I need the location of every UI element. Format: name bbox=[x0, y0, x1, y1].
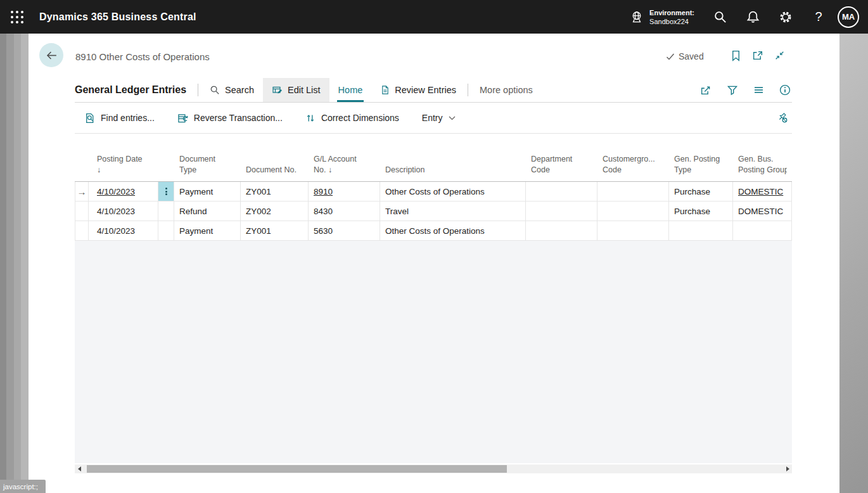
cell-department-code[interactable] bbox=[526, 182, 597, 202]
selected-row-arrow-icon: → bbox=[77, 186, 87, 197]
cell-document-type[interactable]: Payment bbox=[174, 182, 241, 202]
row-selector-cell[interactable] bbox=[75, 202, 89, 221]
filter-icon[interactable] bbox=[727, 85, 738, 96]
list-view-icon[interactable] bbox=[753, 85, 765, 95]
cell-gen-posting-type[interactable] bbox=[669, 221, 733, 241]
environment-indicator[interactable]: Environment: Sandbox224 bbox=[630, 8, 694, 26]
notifications-button[interactable] bbox=[736, 0, 769, 34]
unpin-icon[interactable] bbox=[777, 112, 788, 124]
column-header-gen-bus-posting-group[interactable]: Gen. Bus. Posting Group bbox=[733, 154, 792, 181]
cell-posting-date[interactable]: 4/10/2023 bbox=[89, 182, 158, 202]
cell-value: ZY001 bbox=[246, 187, 271, 196]
collapse-icon[interactable] bbox=[774, 50, 785, 61]
cell-gl-account-no[interactable]: 5630 bbox=[309, 221, 380, 241]
tab-edit-list[interactable]: Edit List bbox=[263, 78, 329, 102]
app-launcher-waffle-icon[interactable] bbox=[0, 0, 34, 34]
row-selector-cell[interactable] bbox=[75, 221, 89, 241]
table-row-selected: → 4/10/2023 Payment ZY001 8910 Other Cos… bbox=[75, 182, 792, 202]
back-arrow-icon bbox=[45, 49, 58, 62]
screen: Dynamics 365 Business Central Environmen… bbox=[0, 0, 868, 493]
tab-edit-list-label: Edit List bbox=[288, 85, 321, 95]
horizontal-scrollbar[interactable] bbox=[75, 464, 792, 473]
cell-posting-date[interactable]: 4/10/2023 bbox=[89, 202, 158, 221]
info-icon[interactable] bbox=[779, 84, 791, 96]
tab-search[interactable]: Search bbox=[201, 78, 263, 102]
cell-value: 4/10/2023 bbox=[97, 187, 135, 196]
cell-customer-group-code[interactable] bbox=[597, 221, 669, 241]
cell-document-no[interactable]: ZY001 bbox=[241, 182, 309, 202]
scroll-left-arrow-icon[interactable] bbox=[75, 464, 84, 473]
cell-gen-bus-posting-group[interactable]: DOMESTIC bbox=[733, 182, 792, 202]
table-row: 4/10/2023 Payment ZY001 5630 Other Costs… bbox=[75, 221, 792, 241]
search-button[interactable] bbox=[703, 0, 736, 34]
reverse-transaction-icon bbox=[177, 113, 188, 124]
find-entries-button[interactable]: Find entries... bbox=[85, 113, 155, 124]
topbar-right: Environment: Sandbox224 bbox=[630, 0, 868, 34]
cell-gen-bus-posting-group[interactable]: DOMESTIC bbox=[733, 202, 792, 221]
cell-description[interactable]: Other Costs of Operations bbox=[380, 221, 526, 241]
reverse-transaction-label: Reverse Transaction... bbox=[194, 113, 283, 123]
column-header-document-type[interactable]: Document Type bbox=[174, 154, 241, 181]
cell-value: 4/10/2023 bbox=[97, 207, 135, 216]
correct-dimensions-icon bbox=[305, 113, 316, 124]
column-header-gl-account-no[interactable]: G/L Account No. ↓ bbox=[309, 154, 380, 181]
column-header-row-menu bbox=[158, 176, 174, 181]
cell-document-no[interactable]: ZY002 bbox=[241, 202, 309, 221]
cell-document-type[interactable]: Refund bbox=[174, 202, 241, 221]
header-line: Type bbox=[179, 165, 236, 176]
column-header-document-no[interactable]: Document No. bbox=[241, 165, 309, 181]
saved-indicator: Saved bbox=[666, 51, 704, 61]
column-header-department-code[interactable]: Department Code bbox=[526, 154, 597, 181]
cell-gl-account-no[interactable]: 8430 bbox=[309, 202, 380, 221]
correct-dimensions-button[interactable]: Correct Dimensions bbox=[305, 113, 399, 124]
cell-posting-date[interactable]: 4/10/2023 bbox=[89, 221, 158, 241]
cell-department-code[interactable] bbox=[526, 202, 597, 221]
header-line: Code bbox=[603, 165, 664, 176]
tab-more-options[interactable]: More options bbox=[471, 78, 542, 102]
cell-department-code[interactable] bbox=[526, 221, 597, 241]
column-header-posting-date[interactable]: Posting Date ↓ bbox=[89, 154, 158, 181]
scrollbar-thumb[interactable] bbox=[87, 465, 507, 473]
bookmark-icon[interactable] bbox=[731, 50, 741, 61]
scroll-right-arrow-icon[interactable] bbox=[783, 464, 792, 473]
app-title[interactable]: Dynamics 365 Business Central bbox=[39, 11, 196, 23]
header-line: Code bbox=[531, 165, 592, 176]
settings-button[interactable] bbox=[769, 0, 802, 34]
help-button[interactable]: ? bbox=[802, 0, 835, 34]
cell-customer-group-code[interactable] bbox=[597, 202, 669, 221]
entry-menu-button[interactable]: Entry bbox=[422, 113, 456, 123]
column-header-description[interactable]: Description bbox=[380, 165, 526, 181]
column-header-gen-posting-type[interactable]: Gen. Posting Type bbox=[669, 154, 733, 181]
cell-value: DOMESTIC bbox=[738, 187, 783, 196]
header-line: Customergro... bbox=[603, 154, 664, 165]
cell-document-type[interactable]: Payment bbox=[174, 221, 241, 241]
avatar[interactable]: MA bbox=[838, 6, 859, 28]
cell-value: 4/10/2023 bbox=[97, 226, 135, 236]
cell-description[interactable]: Travel bbox=[380, 202, 526, 221]
open-in-new-window-icon[interactable] bbox=[752, 50, 763, 61]
row-context-menu-button[interactable] bbox=[158, 182, 174, 202]
chevron-down-icon bbox=[449, 116, 456, 120]
tab-review-entries[interactable]: Review Entries bbox=[371, 78, 465, 102]
row-selector-cell[interactable]: → bbox=[75, 182, 89, 202]
cell-value: Other Costs of Operations bbox=[385, 187, 485, 196]
column-header-customer-group-code[interactable]: Customergro... Code bbox=[597, 154, 669, 181]
back-button[interactable] bbox=[39, 43, 63, 67]
cell-gen-posting-type[interactable]: Purchase bbox=[669, 182, 733, 202]
cell-document-no[interactable]: ZY001 bbox=[241, 221, 309, 241]
correct-dimensions-label: Correct Dimensions bbox=[321, 113, 399, 123]
reverse-transaction-button[interactable]: Reverse Transaction... bbox=[177, 113, 283, 124]
cell-gen-bus-posting-group[interactable] bbox=[733, 221, 792, 241]
cell-value: Purchase bbox=[674, 187, 710, 196]
header-line: Description bbox=[385, 165, 521, 176]
browser-status-tooltip: javascript:; bbox=[0, 480, 46, 493]
cell-description[interactable]: Other Costs of Operations bbox=[380, 182, 526, 202]
saved-label: Saved bbox=[679, 51, 704, 61]
share-icon[interactable] bbox=[699, 85, 712, 96]
row-context-menu-cell bbox=[158, 202, 174, 221]
cell-customer-group-code[interactable] bbox=[597, 182, 669, 202]
cell-gl-account-no[interactable]: 8910 bbox=[309, 182, 380, 202]
cell-gen-posting-type[interactable]: Purchase bbox=[669, 202, 733, 221]
tab-home[interactable]: Home bbox=[329, 78, 372, 102]
header-line: Gen. Posting bbox=[674, 154, 728, 165]
